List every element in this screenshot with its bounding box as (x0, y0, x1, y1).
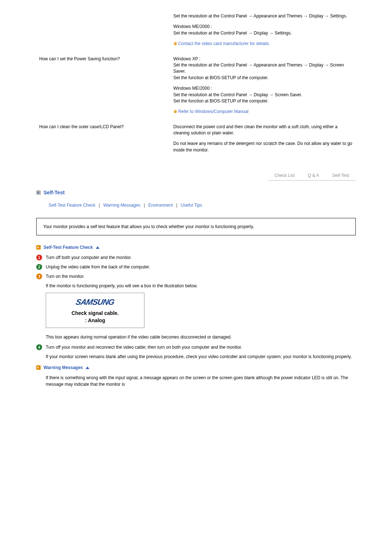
qa-note-link-1[interactable]: Refer to Windows/Computer Manual (178, 109, 248, 114)
step-2: 2 Unplug the video cable from the back o… (36, 264, 356, 270)
anchor-sep: | (99, 203, 100, 208)
step-number-2-icon: 2 (36, 264, 42, 270)
anchor-useful-tips[interactable]: Useful Tips (181, 203, 202, 208)
warning-messages-text: If there is something wrong with the inp… (46, 374, 356, 388)
tab-self-test[interactable]: Self-Test (326, 171, 356, 180)
qa-answer-2: Disconnect the power cord and then clean… (171, 122, 356, 160)
step-1-text: Turn off both your computer and the moni… (46, 254, 356, 261)
step-number-1-icon: 1 (36, 255, 42, 260)
step-number-3-icon: 3 (36, 274, 42, 279)
step-3-text: Turn on the monitor. (46, 273, 356, 280)
anchor-warning-messages[interactable]: Warning Messages (103, 203, 140, 208)
message-box-text: Check signal cable. : Analog (51, 310, 139, 324)
steps-list-cont: 4 Turn off your monitor and reconnect th… (36, 344, 356, 351)
tabs-wrap: Check List Q & A Self-Test (36, 171, 356, 181)
samsung-logo: SAMSUNG (51, 297, 139, 307)
qa-answer-1-note: ※ Refer to Windows/Computer Manual (173, 109, 353, 115)
steps-list: 1 Turn off both your computer and the mo… (36, 254, 356, 280)
tabs: Check List Q & A Self-Test (268, 171, 356, 181)
qa-answer-0: Set the resolution at the Control Panel … (171, 11, 356, 54)
sub-heading-self-test-feature-check: Self-Test Feature Check (36, 245, 356, 250)
step-4-text: Turn off your monitor and reconnect the … (46, 344, 356, 351)
note-marker-icon: ※ (173, 109, 178, 114)
section-heading-self-test: Self-Test (36, 190, 356, 195)
note-marker-icon: ※ (173, 41, 178, 46)
qa-row-0: Set the resolution at the Control Panel … (36, 11, 356, 54)
anchor-environment[interactable]: Environment (148, 203, 173, 208)
qa-row-2: How can I clean the outer case/LCD Panel… (36, 122, 356, 160)
qa-answer-1-block-0: Windows XP : Set the resolution at the C… (173, 56, 353, 81)
step-2-text: Unplug the video cable from the back of … (46, 264, 356, 270)
qa-answer-0-note: ※ Contact the video card manufacturer fo… (173, 41, 353, 47)
tab-q-and-a[interactable]: Q & A (301, 171, 326, 180)
anchor-sep: | (144, 203, 145, 208)
back-to-top-icon[interactable] (96, 246, 99, 249)
section-anchors: Self-Test Feature Check | Warning Messag… (49, 203, 356, 208)
qa-question-2: How can I clean the outer case/LCD Panel… (36, 122, 171, 160)
qa-note-link-0[interactable]: Contact the video card manufacturer for … (178, 41, 270, 46)
qa-answer-2-block-0: Disconnect the power cord and then clean… (173, 124, 353, 137)
qa-table: Set the resolution at the Control Panel … (36, 11, 356, 160)
qa-answer-1: Windows XP : Set the resolution at the C… (171, 54, 356, 122)
step-3: 3 Turn on the monitor. (36, 273, 356, 280)
after-box-text: This box appears during normal operation… (46, 334, 356, 340)
back-to-top-icon[interactable] (86, 366, 89, 369)
sub-heading-warning-messages: Warning Messages (36, 365, 356, 370)
qa-row-1: How can I set the Power Saving function?… (36, 54, 356, 122)
chevron-right-icon (36, 245, 41, 250)
step-1: 1 Turn off both your computer and the mo… (36, 254, 356, 261)
signal-cable-message-box: SAMSUNG Check signal cable. : Analog (46, 293, 144, 328)
qa-question-1: How can I set the Power Saving function? (36, 54, 171, 122)
anchor-self-test-feature-check[interactable]: Self-Test Feature Check (49, 203, 95, 208)
tab-check-list[interactable]: Check List (268, 171, 301, 180)
chevron-right-icon (36, 365, 41, 370)
page-root: Set the resolution at the Control Panel … (0, 0, 392, 555)
anchor-sep: | (176, 203, 177, 208)
message-line-1: Check signal cable. (51, 310, 139, 317)
chevron-right-icon (36, 190, 41, 195)
qa-answer-0-block-0: Set the resolution at the Control Panel … (173, 13, 353, 19)
section-title: Self-Test (44, 190, 65, 195)
step-4-extra: If your monitor screen remains blank aft… (46, 353, 356, 360)
qa-answer-1-block-1: Windows ME/2000 : Set the resolution at … (173, 85, 353, 104)
step-4: 4 Turn off your monitor and reconnect th… (36, 344, 356, 351)
step-number-4-icon: 4 (36, 344, 42, 350)
message-line-2: : Analog (51, 317, 139, 324)
sub-heading-title: Warning Messages (44, 365, 83, 370)
intro-box: Your monitor provides a self test featur… (36, 218, 356, 235)
step-3-extra: If the monitor is functioning properly, … (46, 283, 356, 289)
sub-heading-title: Self-Test Feature Check (44, 245, 93, 250)
qa-answer-2-block-1: Do not leave any remains of the detergen… (173, 141, 353, 153)
qa-answer-0-block-1: Windows ME/2000 : Set the resolution at … (173, 24, 353, 36)
qa-question-0 (36, 11, 171, 54)
